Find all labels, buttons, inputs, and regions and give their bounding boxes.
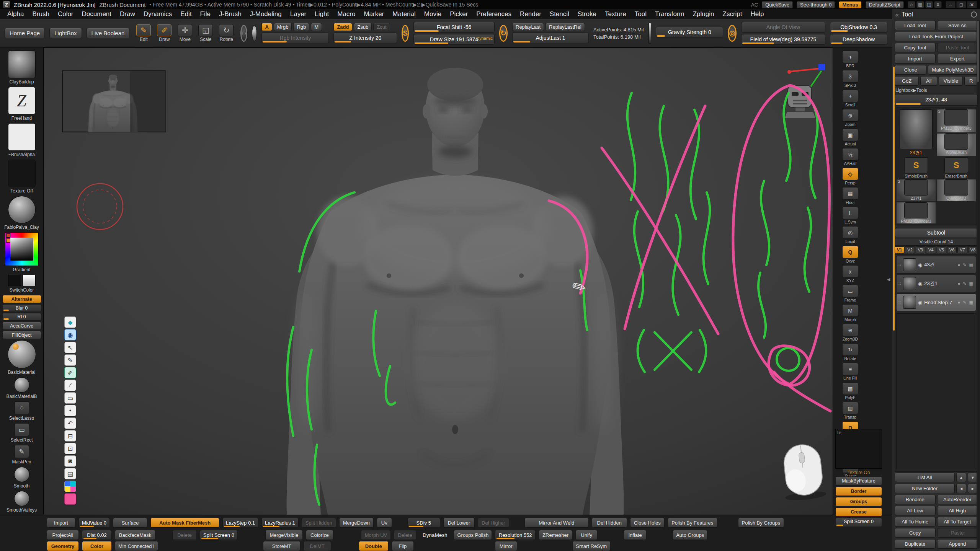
all-to-home-button[interactable]: All To Home — [895, 517, 936, 527]
select-rect-icon[interactable]: ▭ — [15, 423, 29, 436]
bottom-button[interactable]: MidValue 0 — [78, 518, 110, 528]
lightbox-button[interactable]: LightBox — [49, 28, 82, 38]
replay-last-rel-button[interactable]: ReplayLastRel — [546, 23, 585, 31]
import-button[interactable]: Import — [895, 54, 936, 64]
copy-tool-button[interactable]: Copy Tool — [895, 43, 936, 52]
bottom-button[interactable]: LazyRadius 1 — [261, 518, 299, 528]
version-tab[interactable]: V5 — [937, 246, 946, 253]
rotate-mode-button[interactable]: ↻ Rotate — [217, 24, 236, 42]
maximize-button[interactable]: □ — [956, 1, 966, 8]
menu-item[interactable]: Texture — [601, 10, 630, 18]
right-shelf-button[interactable]: ◎ Local — [841, 226, 859, 244]
version-tab[interactable]: V7 — [957, 246, 967, 253]
trash-icon[interactable]: ⊟ — [64, 430, 76, 442]
bottom-button[interactable]: Mirror And Weld — [524, 518, 589, 528]
rgb-intensity-slider[interactable]: Rgb Intensity — [261, 33, 329, 43]
visible-count-slider[interactable]: Visible Count 14 — [895, 238, 978, 246]
bottom-button[interactable]: Flip — [392, 541, 414, 551]
scale-mode-button[interactable]: ◱ Scale — [196, 24, 215, 42]
blur-slider[interactable]: Blur 0 — [2, 304, 41, 312]
document-thumbnail[interactable] — [62, 71, 166, 141]
zadd-button[interactable]: Zadd — [333, 23, 352, 31]
focal-shift-slider[interactable]: Focal Shift -56 — [413, 22, 495, 33]
move-up-button[interactable]: ▲ — [956, 473, 966, 482]
texture-on-label[interactable]: Texture On — [835, 470, 882, 475]
right-shelf-button[interactable]: ⊕ Zoom3D — [841, 324, 859, 341]
zsub-button[interactable]: Zsub — [354, 23, 372, 31]
bottom-button[interactable]: Del Lower — [443, 518, 475, 528]
layout-icon[interactable]: ◫ — [925, 1, 933, 8]
menu-item[interactable]: Color — [54, 10, 78, 18]
notes-icon[interactable]: ▤ — [64, 468, 76, 479]
move-mode-button[interactable]: ✛ Move — [175, 24, 194, 42]
deep-shadow-slider[interactable]: DeepShadow — [830, 34, 887, 45]
rgb-button[interactable]: Rgb — [293, 23, 309, 31]
paste-tool-button[interactable]: Paste Tool — [937, 43, 978, 52]
bottom-button[interactable]: Split Screen 0 — [200, 530, 238, 540]
menu-item[interactable]: Stencil — [546, 10, 573, 18]
tray-divider-arrow[interactable]: ◄ — [886, 276, 891, 282]
rename-button[interactable]: Rename — [895, 495, 936, 504]
rf-slider[interactable]: Rf 0 — [2, 313, 41, 321]
right-shelf-button[interactable]: L L.Sym — [841, 207, 859, 224]
bottom-button[interactable]: StoreMT — [263, 541, 301, 551]
new-folder-button[interactable]: New Folder — [895, 484, 955, 493]
angle-of-view-slider[interactable]: Angle Of View — [741, 22, 825, 33]
active-color-swatch[interactable] — [64, 493, 76, 505]
bottom-button[interactable]: BackfaceMask — [115, 530, 155, 540]
drag-handle-icon[interactable]: ∷ — [898, 281, 901, 286]
palette-icon[interactable] — [64, 481, 76, 492]
right-shelf-button[interactable]: 3 SPix 3 — [841, 70, 859, 88]
bottom-button[interactable]: Surface — [113, 518, 147, 528]
brush-thumbnail-smooth[interactable] — [14, 467, 29, 482]
menu-item[interactable]: Help — [746, 10, 768, 18]
eraser-icon[interactable]: ▭ — [64, 392, 76, 404]
main-color-swatch[interactable] — [8, 275, 21, 286]
menu-item[interactable]: Layer — [286, 10, 311, 18]
bottom-button[interactable]: LazyStep 0.1 — [222, 518, 258, 528]
pin-icon[interactable]: ◆ — [64, 316, 76, 328]
bottom-button[interactable]: Groups Polish — [454, 530, 492, 540]
dynamic-toggle[interactable]: Dynamic — [476, 36, 493, 41]
bottom-button[interactable]: Del Higher — [478, 518, 509, 528]
right-shelf-button[interactable]: ▣ Actual — [841, 129, 859, 146]
bottom-button[interactable]: MergeDown — [339, 518, 374, 528]
brush-thumbnail-claybuildup[interactable] — [8, 51, 36, 78]
menu-item[interactable]: Transform — [651, 10, 689, 18]
copy-subtool-button[interactable]: Copy — [895, 528, 936, 538]
bottom-button[interactable]: Unify — [575, 530, 598, 540]
save-as-button[interactable]: Save As — [937, 21, 978, 30]
bottom-button[interactable]: Smart ReSym — [572, 541, 611, 551]
right-shelf-button[interactable]: ▩ PolyF — [841, 382, 859, 400]
version-tab[interactable]: V3 — [916, 246, 925, 253]
a-button[interactable]: A — [261, 23, 272, 31]
field-of-view-slider[interactable]: Field of view(deg) 39.59775 — [741, 34, 825, 45]
tool-thumbnail[interactable]: 3 23건1 — [897, 179, 936, 201]
alpha-sphere-icon[interactable] — [252, 25, 257, 41]
right-shelf-button[interactable]: ▭ Frame — [841, 285, 859, 302]
minimize-button[interactable]: – — [946, 1, 956, 8]
right-shelf-button[interactable]: ⊕ Zoom — [841, 109, 859, 127]
brush-thumbnail-freehand[interactable] — [8, 87, 36, 114]
all-low-button[interactable]: All Low — [895, 506, 936, 515]
draw-size-slider[interactable]: Draw Size 191.5874 Dynamic — [413, 34, 495, 45]
z-intensity-slider[interactable]: Z Intensity 20 — [333, 33, 397, 43]
saturation-value-square[interactable] — [10, 238, 33, 261]
43건[interactable]: ∷ ◉ 43건 ● ✎ ▦ — [896, 256, 976, 274]
pen-icon[interactable]: ✎ — [64, 354, 76, 366]
right-shelf-button[interactable]: x XYZ — [841, 265, 859, 283]
secondary-color-swatch[interactable] — [23, 275, 36, 286]
paste-subtool-button[interactable]: Paste — [937, 528, 978, 538]
right-shelf-button[interactable]: ◇ Persp — [841, 168, 859, 185]
active-tool-name-slider[interactable]: 23건1. 48 — [895, 94, 978, 106]
document-canvas[interactable]: ✎ ◆◉↖✎✐∕▭•↶⊟⊡◙▤ — [44, 47, 833, 515]
version-tab[interactable]: V1 — [895, 246, 904, 253]
bottom-button[interactable]: Split Hidden — [302, 518, 336, 528]
menu-item[interactable]: Document — [78, 10, 116, 18]
m-button[interactable]: M — [311, 23, 322, 31]
autoreorder-button[interactable]: AutoReorder — [937, 495, 978, 504]
right-shelf-button[interactable]: ½ AAHalf — [841, 148, 859, 166]
version-tab[interactable]: V2 — [905, 246, 915, 253]
bottom-button[interactable]: Min Connected I — [115, 541, 158, 551]
bottom-button[interactable]: Mirror — [495, 541, 517, 551]
